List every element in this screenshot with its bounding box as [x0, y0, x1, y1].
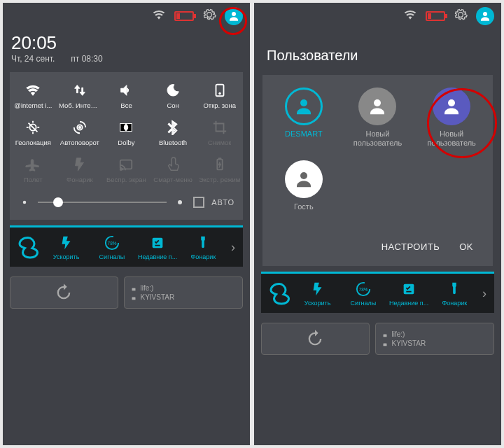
appbar-label: Ускорить	[304, 300, 331, 307]
hotspot-icon	[211, 82, 228, 99]
brightness-slider[interactable]: АВТО	[10, 188, 243, 218]
rotate-icon	[71, 119, 88, 136]
qs-tile-label: Снимок	[208, 139, 231, 146]
clock-time: 20:05	[11, 32, 241, 54]
user-avatar-icon	[433, 88, 470, 125]
appbar-boost[interactable]: Ускорить	[295, 281, 340, 307]
brightness-track[interactable]	[38, 202, 167, 203]
appbar-label: Фонарик	[190, 253, 216, 260]
360-logo-icon[interactable]	[264, 278, 295, 309]
qs-tile-label: Фонарик	[66, 176, 93, 183]
qs-tile-wifi[interactable]: @internet i...	[10, 76, 57, 113]
settings-gear-icon[interactable]	[454, 8, 468, 24]
sim1-label: life:)	[392, 330, 405, 338]
dolby-icon	[118, 119, 134, 136]
user-avatar-icon	[285, 160, 323, 198]
appbar-recent[interactable]: Недавние п...	[135, 234, 181, 260]
appbar-label: Недавние п...	[138, 253, 177, 260]
location-icon	[24, 119, 41, 136]
user-label: Новыйпользователь	[427, 130, 475, 148]
qs-tile-flashlight[interactable]: Фонарик	[57, 150, 104, 188]
qs-tile-bluetooth[interactable]: Bluetooth	[150, 113, 197, 150]
sim2-label: KYIVSTAR	[392, 340, 426, 347]
svg-text:78%: 78%	[358, 286, 368, 291]
signals-icon: 78%	[355, 281, 372, 298]
cast-icon	[118, 156, 134, 173]
settings-gear-icon[interactable]	[202, 8, 216, 24]
appbar-flash[interactable]: Фонарик	[181, 234, 226, 260]
date-text: Чт, 24 сент.	[11, 54, 55, 64]
mobdata-icon	[71, 82, 88, 99]
appbar-boost[interactable]: Ускорить	[43, 234, 89, 260]
qs-tile-sleep[interactable]: Сон	[150, 76, 197, 113]
wifi-icon	[24, 82, 41, 99]
clock-row: 20:05 Чт, 24 сент. пт 08:30	[3, 29, 250, 69]
alarm-text: пт 08:30	[71, 54, 102, 64]
qs-tile-screenshot[interactable]: Снимок	[196, 113, 243, 150]
sim-row: life:) KYIVSTAR	[10, 276, 243, 309]
360-logo-icon[interactable]	[13, 232, 43, 262]
wifi-icon	[152, 8, 166, 24]
appbar-flash[interactable]: Фонарик	[432, 281, 477, 307]
screenshot-icon	[211, 119, 228, 136]
sim-info-tile[interactable]: life:) KYIVSTAR	[124, 276, 244, 309]
chevron-right-icon[interactable]: ›	[477, 286, 491, 301]
qs-tile-hotspot[interactable]: Откр. зона	[196, 76, 243, 113]
brightness-thumb[interactable]	[53, 197, 63, 207]
smartmenu-icon	[164, 156, 181, 173]
sim-history-tile[interactable]	[261, 323, 370, 355]
powersave-icon	[211, 156, 228, 173]
sim2-label: KYIVSTAR	[141, 293, 175, 301]
user-label: Новыйпользователь	[354, 130, 402, 148]
user-desmart[interactable]: DESMART	[267, 83, 341, 156]
qs-tile-label: Сон	[167, 102, 178, 109]
360-toolbar: Ускорить78%СигналыНедавние п...Фонарик›	[10, 225, 243, 267]
appbar-signals[interactable]: 78%Сигналы	[89, 234, 134, 260]
qs-tile-airplane[interactable]: Полет	[10, 150, 57, 188]
sim-info-tile[interactable]: life:) KYIVSTAR	[375, 323, 495, 355]
sim-history-tile[interactable]	[10, 276, 118, 309]
qs-tile-powersave[interactable]: Экстр. режим	[196, 150, 243, 188]
user-avatar-icon	[358, 88, 396, 125]
flash-icon	[446, 281, 463, 298]
user-new1[interactable]: Новыйпользователь	[341, 83, 415, 156]
battery-icon	[174, 11, 194, 21]
dialog-buttons: НАСТРОИТЬ OK	[267, 229, 489, 262]
status-bar	[254, 3, 501, 29]
qs-tile-label: Откр. зона	[203, 102, 236, 109]
user-grid: DESMART Новыйпользователь Новыйпользоват…	[267, 83, 489, 229]
configure-button[interactable]: НАСТРОИТЬ	[382, 241, 440, 252]
chevron-right-icon[interactable]: ›	[226, 240, 240, 255]
auto-brightness-checkbox[interactable]	[193, 197, 204, 208]
svg-point-15	[23, 201, 27, 204]
bluetooth-icon	[164, 119, 181, 136]
quick-settings-panel: @internet i...Моб. ИнтернетВсеСонОткр. з…	[10, 72, 243, 220]
user-new2[interactable]: Новыйпользователь	[414, 83, 489, 156]
status-bar	[3, 3, 250, 29]
user-avatar-icon[interactable]	[476, 7, 494, 25]
qs-tile-label: Беспр. экран	[106, 176, 146, 183]
flashlight-icon	[71, 156, 88, 173]
qs-tile-mobdata[interactable]: Моб. Интернет	[57, 76, 104, 113]
appbar-recent[interactable]: Недавние п...	[386, 281, 432, 307]
panel-title: Пользователи	[254, 29, 501, 71]
qs-tile-rotate[interactable]: Автоповорот	[57, 113, 104, 150]
recent-icon	[400, 281, 417, 298]
user-label: DESMART	[285, 130, 323, 148]
appbar-label: Недавние п...	[389, 300, 428, 307]
appbar-signals[interactable]: 78%Сигналы	[340, 281, 386, 307]
sun-high-icon	[174, 196, 186, 209]
qs-tile-label: Смарт-меню	[153, 176, 192, 183]
ok-button[interactable]: OK	[459, 241, 473, 252]
recent-icon	[149, 234, 166, 251]
user-guest[interactable]: Гость	[267, 156, 341, 229]
qs-tile-sound[interactable]: Все	[103, 76, 150, 113]
qs-tile-label: Геолокация	[15, 139, 51, 146]
qs-tile-location[interactable]: Геолокация	[10, 113, 57, 150]
flash-icon	[195, 234, 211, 251]
qs-tile-dolby[interactable]: Dolby	[103, 113, 150, 150]
qs-tile-cast[interactable]: Беспр. экран	[103, 150, 150, 188]
user-label: Гость	[294, 202, 314, 220]
user-avatar-icon[interactable]	[225, 7, 243, 25]
qs-tile-smartmenu[interactable]: Смарт-меню	[150, 150, 197, 188]
